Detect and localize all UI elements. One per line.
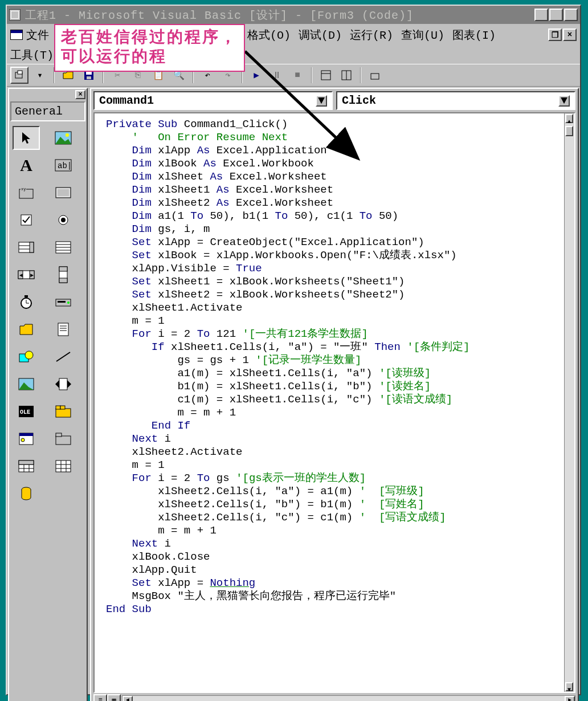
toolbox-title: General — [10, 101, 85, 121]
procedure-view-button[interactable]: ≡ — [93, 694, 107, 701]
dropdown-arrow-icon: ▼ — [558, 95, 570, 107]
editor-bottom-bar: ≡ ▦ ◄ ► — [93, 693, 575, 701]
combobox-tool[interactable] — [13, 235, 40, 259]
close-button[interactable]: × — [564, 9, 578, 21]
toolbox-close-button[interactable]: × — [75, 90, 85, 99]
new-project-button[interactable] — [10, 67, 28, 84]
svg-rect-60 — [19, 433, 33, 436]
svg-point-50 — [25, 351, 33, 359]
svg-rect-70 — [56, 460, 71, 472]
svg-rect-1 — [18, 71, 22, 74]
horizontal-scrollbar[interactable]: ◄ ► — [122, 695, 575, 701]
vscrollbar-tool[interactable] — [50, 263, 77, 287]
hscrollbar-tool[interactable]: ◄► — [13, 263, 40, 287]
titlebar[interactable]: 工程1 - Microsoft Visual Basic [设计] - [For… — [7, 6, 580, 24]
object-value: Command1 — [99, 94, 154, 107]
svg-rect-17 — [56, 188, 71, 198]
menu-tools[interactable]: 工具(T) — [10, 47, 54, 63]
svg-rect-9 — [371, 74, 379, 79]
svg-rect-62 — [56, 436, 71, 445]
mdi-close-button[interactable]: × — [563, 28, 577, 41]
svg-rect-4 — [87, 76, 91, 79]
line-tool[interactable] — [50, 345, 77, 369]
svg-rect-57 — [56, 406, 60, 409]
svg-rect-36 — [59, 267, 67, 271]
svg-line-51 — [56, 352, 70, 361]
commandbutton-tool[interactable] — [50, 181, 77, 205]
annotation-callout: 老百姓信得过的程序，可以运行的程 — [54, 24, 245, 72]
dropdown-arrow-icon[interactable]: ▾ — [31, 67, 49, 84]
svg-text:xy: xy — [21, 187, 26, 191]
datagrid-tool[interactable] — [13, 454, 40, 478]
code-window: Command1 ▼ Click ▼ Private Sub Command1_… — [90, 88, 579, 701]
svg-line-76 — [245, 51, 356, 157]
toolbox-panel: × General A ab| xy ◄► — [8, 88, 88, 701]
textbox-tool[interactable]: ab| — [50, 153, 77, 177]
form-icon — [10, 30, 23, 40]
annotation-arrow-icon — [245, 40, 370, 165]
frame-tool[interactable]: xy — [13, 181, 40, 205]
svg-rect-58 — [60, 406, 65, 409]
svg-rect-63 — [56, 433, 62, 437]
svg-rect-53 — [59, 378, 67, 390]
label-tool[interactable]: A — [13, 153, 40, 177]
svg-text:◄: ◄ — [19, 272, 23, 279]
full-view-button[interactable]: ▦ — [107, 694, 121, 701]
image-tool[interactable] — [13, 372, 40, 396]
tabstrip-tool[interactable] — [50, 400, 77, 423]
main-area: × General A ab| xy ◄► — [7, 87, 580, 701]
menu-chart[interactable]: 图表(I) — [452, 27, 496, 43]
picturebox-tool[interactable] — [50, 126, 77, 150]
svg-rect-56 — [56, 409, 71, 417]
commondialog-tool[interactable] — [13, 427, 40, 451]
optionbutton-tool[interactable] — [50, 208, 77, 232]
window-title: 工程1 - Microsoft Visual Basic [设计] - [For… — [25, 7, 534, 23]
shape-tool[interactable] — [13, 345, 40, 369]
data-tool[interactable] — [50, 372, 77, 396]
svg-text:►: ► — [30, 272, 34, 279]
svg-point-44 — [67, 301, 70, 304]
menu-file[interactable]: 文件 — [26, 27, 49, 43]
svg-rect-45 — [58, 323, 68, 336]
sstab-tool[interactable] — [50, 427, 77, 451]
svg-rect-23 — [30, 242, 34, 252]
svg-rect-39 — [24, 295, 28, 297]
dirlistbox-tool[interactable] — [13, 317, 40, 341]
svg-rect-43 — [58, 301, 66, 303]
svg-point-21 — [61, 218, 66, 222]
listbox-tool[interactable] — [50, 235, 77, 259]
mdi-restore-button[interactable]: ❐ — [548, 28, 562, 41]
svg-rect-37 — [59, 278, 67, 283]
svg-point-11 — [66, 133, 69, 137]
ole-tool[interactable]: OLE — [13, 400, 40, 423]
code-editor[interactable]: Private Sub Command1_Click() ' On Error … — [93, 112, 575, 693]
svg-rect-69 — [19, 460, 34, 464]
flexgrid-tool[interactable] — [50, 454, 77, 478]
pointer-tool[interactable] — [13, 126, 40, 150]
svg-text:OLE: OLE — [20, 409, 30, 415]
app-icon — [9, 9, 21, 21]
checkbox-tool[interactable] — [13, 208, 40, 232]
filelistbox-tool[interactable] — [50, 317, 77, 341]
drivelistbox-tool[interactable] — [50, 290, 77, 314]
timer-tool[interactable] — [13, 290, 40, 314]
svg-point-61 — [21, 438, 24, 442]
minimize-button[interactable]: _ — [534, 9, 548, 21]
menu-query[interactable]: 查询(U) — [401, 27, 444, 43]
svg-text:ab|: ab| — [58, 161, 72, 170]
vertical-scrollbar[interactable]: ▲▼ — [564, 113, 574, 692]
event-dropdown[interactable]: Click ▼ — [336, 91, 575, 110]
maximize-button[interactable]: □ — [549, 9, 563, 21]
adodc-tool[interactable] — [13, 482, 40, 506]
